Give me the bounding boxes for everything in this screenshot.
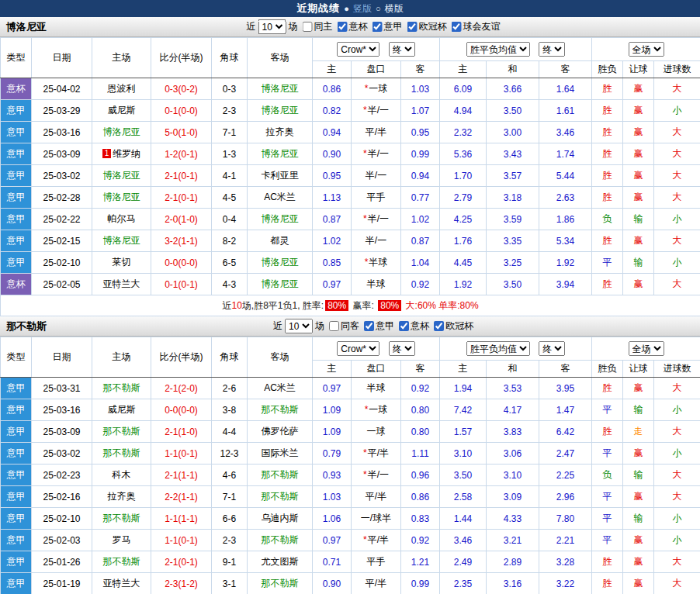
odds-time-select[interactable]: 终 (389, 341, 415, 356)
league-type-cell: 意杯 (1, 274, 32, 295)
match-date: 25-03-16 (32, 122, 92, 143)
col-header-eu-home: 主 (440, 361, 487, 378)
avg-home-odds: 2.58 (440, 486, 487, 508)
odds-time-select[interactable]: 终 (389, 42, 415, 57)
ah-away-odds: 0.83 (401, 508, 440, 530)
horizontal-radio-icon[interactable]: ○ (376, 5, 381, 13)
match-row: 意甲25-02-23科木2-1(1-1)4-6那不勒斯0.93*半/一0.963… (1, 464, 700, 486)
filter-checkbox[interactable] (303, 22, 313, 32)
col-header-ah-home: 主 (313, 61, 352, 78)
filter-checkbox[interactable] (329, 321, 339, 331)
filter-option[interactable]: 欧冠杯 (407, 20, 447, 33)
match-score: 2-2(1-1) (151, 486, 212, 508)
league-type-cell: 意甲 (1, 573, 32, 594)
scope-select[interactable]: 全场 (629, 341, 664, 356)
filter-checkbox[interactable] (373, 22, 383, 32)
corners: 3-1 (212, 573, 248, 594)
filter-controls: 近 10 场 同客意甲意杯欧冠杯 (273, 319, 473, 333)
away-team-name: 佛罗伦萨 (262, 426, 299, 437)
league-type-cell: 意甲 (1, 230, 32, 252)
match-row: 意甲25-03-29威尼斯0-1(0-0)2-3博洛尼亚0.82*半/一1.07… (1, 100, 700, 122)
handicap-star: * (363, 148, 367, 159)
ah-result: 输 (623, 399, 654, 421)
goals-result: 大 (654, 122, 700, 143)
filter-option[interactable]: 意甲 (364, 319, 394, 333)
goals-result: 大 (654, 551, 700, 573)
europe-odds-select[interactable]: 胜平负均值 (466, 341, 530, 356)
filter-option[interactable]: 球会友谊 (452, 20, 501, 33)
team-section-header: 那不勒斯 近 10 场 同客意甲意杯欧冠杯 (0, 316, 700, 337)
avg-home-odds: 1.44 (440, 508, 487, 530)
ah-line: 一球 (352, 421, 401, 443)
match-row: 意甲25-03-16威尼斯0-0(0-0)3-8那不勒斯1.09*一球0.807… (1, 399, 700, 421)
match-row: 意甲25-03-02那不勒斯1-1(0-1)12-3国际米兰0.79*平/半1.… (1, 443, 700, 464)
ah-line: 半球 (352, 274, 401, 295)
ah-result: 赢 (623, 187, 654, 209)
col-header-away: 客场 (248, 337, 313, 378)
ah-result: 赢 (623, 551, 654, 573)
games-count-select[interactable]: 10 (285, 319, 313, 333)
ah-line: *一球 (352, 399, 401, 421)
goals-result: 小 (654, 252, 700, 274)
filter-checkbox[interactable] (452, 22, 462, 32)
home-team: 威尼斯 (92, 399, 151, 421)
filter-option[interactable]: 同客 (329, 319, 359, 333)
filter-checkbox[interactable] (364, 321, 374, 331)
home-team: 1维罗纳 (92, 143, 151, 165)
league-type-cell: 意甲 (1, 530, 32, 551)
home-team: 那不勒斯 (92, 551, 151, 573)
goals-result: 大 (654, 573, 700, 594)
horizontal-layout-option[interactable]: 横版 (385, 2, 404, 16)
league-type-cell: 意甲 (1, 209, 32, 230)
home-team-name: 博洛尼亚 (103, 192, 140, 202)
away-team-name: 乌迪内斯 (262, 513, 299, 523)
match-date: 25-02-28 (32, 187, 92, 209)
away-team: 博洛尼亚 (248, 209, 313, 230)
away-team-name: 卡利亚里 (262, 170, 299, 181)
filter-option[interactable]: 同主 (303, 20, 333, 33)
odds-company-select[interactable]: Crow* (337, 341, 379, 356)
europe-odds-select[interactable]: 胜平负均值 (466, 42, 530, 57)
corners: 7-1 (212, 122, 248, 143)
match-result: 胜 (592, 100, 623, 122)
away-team-name: AC米兰 (264, 382, 296, 393)
col-header-eu-draw: 和 (487, 61, 539, 78)
avg-draw-odds: 4.33 (487, 508, 539, 530)
summary-text: 10 (231, 300, 241, 311)
filter-checkbox[interactable] (338, 22, 348, 32)
vertical-layout-option[interactable]: 竖版 (353, 2, 372, 16)
scope-select[interactable]: 全场 (629, 42, 664, 57)
filter-checkbox[interactable] (407, 22, 418, 32)
ah-away-odds: 0.77 (401, 187, 440, 209)
summary-text: 赢率: (350, 300, 376, 311)
ah-home-odds: 1.06 (313, 508, 352, 530)
games-count-select[interactable]: 10 (258, 19, 286, 34)
filter-option[interactable]: 意甲 (373, 20, 403, 33)
filter-checkbox-label: 欧冠杯 (445, 319, 473, 333)
filter-option[interactable]: 意杯 (399, 319, 429, 333)
europe-time-select[interactable]: 终 (539, 42, 565, 57)
ah-result: 走 (623, 421, 654, 443)
avg-draw-odds: 3.59 (487, 209, 539, 230)
filter-checkbox[interactable] (399, 321, 409, 331)
filter-checkbox[interactable] (434, 321, 444, 331)
league-type-cell: 意甲 (1, 421, 32, 443)
col-header-score: 比分(半场) (151, 38, 212, 78)
europe-odds-header: 胜平负均值 终 (440, 38, 592, 61)
filter-option[interactable]: 意杯 (338, 20, 368, 33)
filter-option[interactable]: 欧冠杯 (434, 319, 473, 333)
away-team-name: 博洛尼亚 (262, 148, 299, 159)
col-header-date: 日期 (32, 38, 92, 78)
odds-company-select[interactable]: Crow* (337, 42, 379, 57)
match-score: 0-0(0-0) (151, 399, 212, 421)
ah-home-odds: 0.95 (313, 165, 352, 187)
europe-time-select[interactable]: 终 (539, 341, 565, 356)
match-result: 胜 (592, 378, 623, 399)
ah-away-odds: 1.07 (401, 100, 440, 122)
team-name: 博洛尼亚 (0, 20, 47, 34)
col-header-home: 主场 (92, 337, 151, 378)
ah-home-odds: 0.97 (313, 274, 352, 295)
corners: 0-4 (212, 209, 248, 230)
vertical-radio-selected-icon[interactable]: ● (344, 5, 349, 13)
away-team: 佛罗伦萨 (248, 421, 313, 443)
